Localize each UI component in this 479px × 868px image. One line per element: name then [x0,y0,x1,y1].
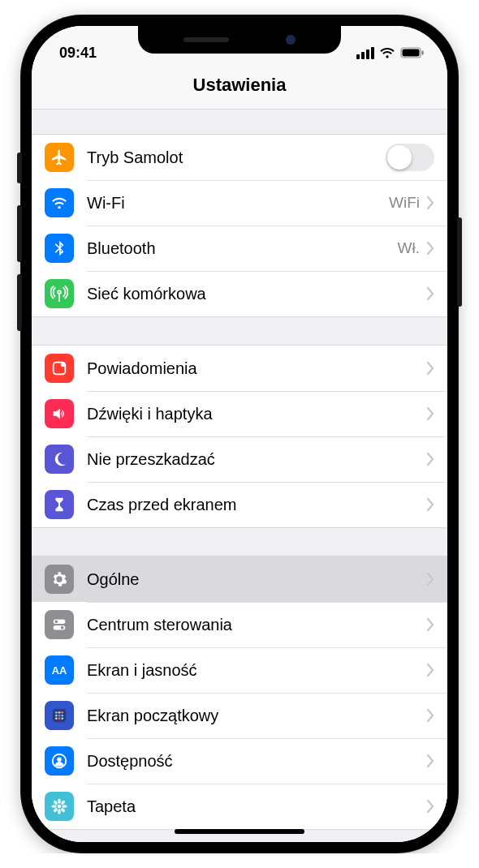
chevron-right-icon [426,664,434,677]
row-label: Ekran początkowy [87,707,426,725]
settings-group: OgólneCentrum sterowaniaEkran i jasnośćE… [32,556,447,830]
cellular-signal-icon [356,47,374,59]
row-label: Tryb Samolot [87,148,386,167]
person-icon [45,746,74,776]
row-notifications[interactable]: Powiadomienia [32,346,447,391]
row-label: Wi-Fi [87,194,389,213]
row-label: Dźwięki i haptyka [87,405,426,423]
row-label: Czas przed ekranem [87,496,426,514]
chevron-right-icon [426,800,434,813]
clock: 09:41 [59,45,97,62]
gear-icon [45,565,74,594]
row-wallpaper[interactable]: Tapeta [32,784,447,829]
svg-rect-1 [403,49,420,57]
row-airplane[interactable]: Tryb Samolot [32,135,447,180]
row-cellular[interactable]: Sieć komórkowa [32,271,447,316]
phone-frame: 09:41 Ustawienia Tryb SamolotWi-FiWiFiBl… [20,15,459,853]
mute-switch [17,153,22,183]
wifi-status-icon [379,47,395,58]
settings-list[interactable]: Tryb SamolotWi-FiWiFiBluetoothWł.Sieć ko… [32,110,447,842]
chevron-right-icon [426,196,434,209]
speaker-grille [183,37,229,42]
chevron-right-icon [426,573,434,586]
power-button [457,217,462,307]
front-camera [286,35,296,45]
toggle-airplane[interactable] [386,144,434,171]
svg-rect-2 [422,51,424,55]
chevron-right-icon [426,754,434,767]
row-control[interactable]: Centrum sterowania [32,602,447,647]
chevron-right-icon [426,362,434,375]
switches-icon [45,610,74,639]
row-label: Ogólne [87,570,426,589]
row-label: Centrum sterowania [87,616,426,634]
hourglass-icon [45,490,74,519]
chevron-right-icon [426,498,434,511]
moon-icon [45,445,74,474]
row-screentime[interactable]: Czas przed ekranem [32,482,447,527]
aa-icon [45,655,74,685]
row-label: Tapeta [87,797,426,816]
speaker-icon [45,399,74,428]
chevron-right-icon [426,453,434,466]
home-indicator[interactable] [175,829,304,834]
row-label: Powiadomienia [87,359,426,378]
row-dnd[interactable]: Nie przeszkadzać [32,436,447,482]
row-bluetooth[interactable]: BluetoothWł. [32,226,447,271]
row-value: WiFi [389,194,420,212]
battery-icon [400,47,425,58]
settings-group: PowiadomieniaDźwięki i haptykaNie przesz… [32,345,447,528]
row-label: Sieć komórkowa [87,285,426,303]
row-label: Ekran i jasność [87,661,426,680]
grid-icon [45,701,74,730]
page-title: Ustawienia [32,68,447,110]
volume-up-button [17,205,22,262]
row-accessibility[interactable]: Dostępność [32,738,447,784]
row-sounds[interactable]: Dźwięki i haptyka [32,391,447,436]
chevron-right-icon [426,618,434,631]
row-home[interactable]: Ekran początkowy [32,693,447,738]
chevron-right-icon [426,287,434,300]
bluetooth-icon [45,234,74,263]
row-label: Dostępność [87,752,426,771]
antenna-icon [45,279,74,308]
chevron-right-icon [426,242,434,255]
row-label: Bluetooth [87,239,398,258]
chevron-right-icon [426,407,434,420]
chevron-right-icon [426,709,434,722]
volume-down-button [17,274,22,331]
row-label: Nie przeszkadzać [87,450,426,469]
flower-icon [45,792,74,821]
screen: 09:41 Ustawienia Tryb SamolotWi-FiWiFiBl… [32,26,447,842]
settings-group: Tryb SamolotWi-FiWiFiBluetoothWł.Sieć ko… [32,134,447,317]
row-wifi[interactable]: Wi-FiWiFi [32,180,447,226]
row-value: Wł. [398,239,420,257]
bell-icon [45,354,74,383]
wifi-icon [45,188,74,217]
row-general[interactable]: Ogólne [32,556,447,602]
airplane-icon [45,143,74,172]
notch [138,26,341,54]
row-display[interactable]: Ekran i jasność [32,647,447,693]
